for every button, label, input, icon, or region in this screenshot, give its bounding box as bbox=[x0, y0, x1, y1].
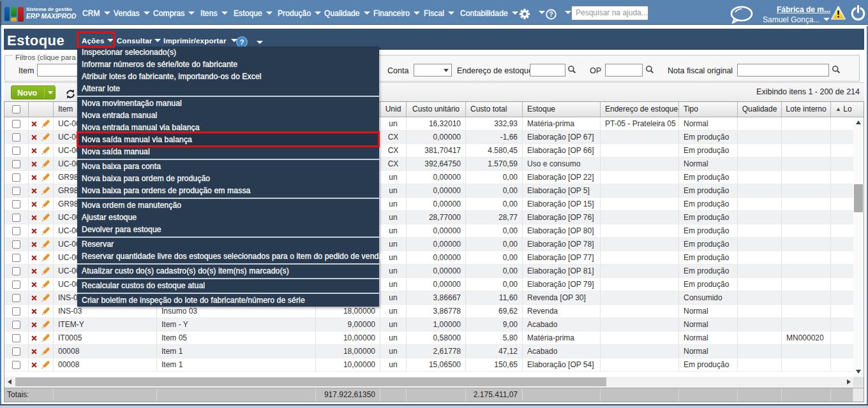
svg-text:?: ? bbox=[549, 10, 553, 18]
svg-text:?: ? bbox=[239, 38, 244, 46]
